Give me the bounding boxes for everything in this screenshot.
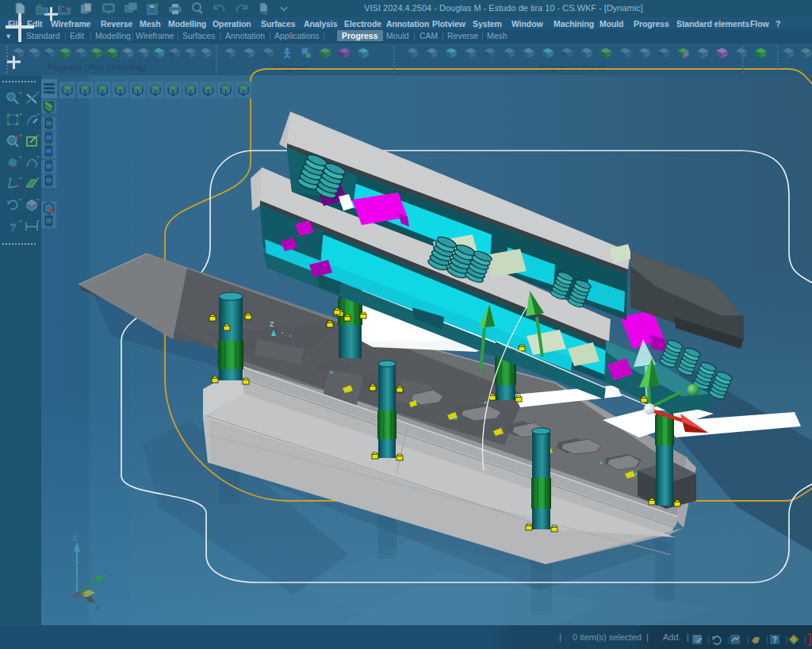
svg-text:X: X bbox=[95, 604, 100, 612]
svg-text:|: | bbox=[747, 635, 749, 644]
svg-text:?: ? bbox=[10, 221, 17, 234]
svg-text:?: ? bbox=[772, 636, 777, 644]
svg-text:|: | bbox=[766, 635, 768, 644]
svg-text:|: | bbox=[707, 635, 710, 644]
svg-text:|: | bbox=[804, 635, 806, 644]
svg-text:|: | bbox=[786, 635, 788, 644]
svg-text:|: | bbox=[727, 635, 730, 644]
svg-text:Z: Z bbox=[73, 534, 78, 542]
svg-text:Z: Z bbox=[270, 320, 274, 328]
svg-text:Y: Y bbox=[104, 567, 109, 575]
